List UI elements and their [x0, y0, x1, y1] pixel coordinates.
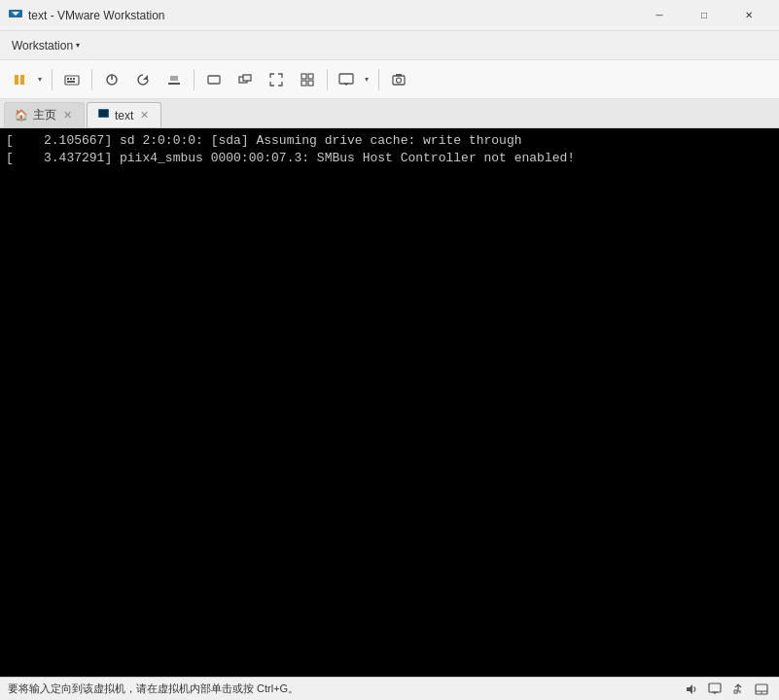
toolbar: ▾: [0, 60, 779, 99]
tab-home-label: 主页: [33, 107, 56, 123]
pause-button[interactable]: [6, 65, 33, 94]
vm-tab-icon: [97, 108, 110, 121]
svg-rect-16: [243, 75, 251, 81]
status-icons: [682, 680, 771, 699]
tab-text[interactable]: text ✕: [87, 102, 161, 127]
terminal-line-2: [ 3.437291] piix4_smbus 0000:00:07.3: SM…: [6, 150, 773, 167]
audio-status-icon[interactable]: [682, 680, 701, 699]
svg-rect-33: [734, 690, 737, 693]
vmware-logo-icon: [8, 6, 23, 21]
power-on-button[interactable]: [97, 65, 126, 94]
separator-5: [378, 69, 379, 90]
vm-terminal[interactable]: [ 2.105667] sd 2:0:0:0: [sda] Assuming d…: [0, 128, 779, 677]
power-on-icon: [104, 72, 120, 88]
status-message: 要将输入定向到该虚拟机，请在虚拟机内部单击或按 Ctrl+G。: [8, 682, 682, 696]
svg-rect-6: [70, 78, 72, 80]
restart-button[interactable]: [128, 65, 158, 94]
tab-home-close[interactable]: ✕: [61, 109, 74, 122]
svg-marker-11: [143, 75, 148, 80]
network-status-icon[interactable]: [705, 680, 725, 699]
svg-rect-2: [15, 75, 18, 85]
display-icon: [338, 72, 354, 88]
fullscreen-button[interactable]: [262, 65, 291, 94]
suspend-icon: [166, 72, 182, 88]
svg-point-25: [397, 78, 402, 83]
svg-rect-12: [168, 83, 180, 85]
window-title: text - VMware Workstation: [28, 9, 637, 22]
usb-icon: [731, 682, 745, 696]
tabs-bar: 🏠 主页 ✕ text ✕: [0, 99, 779, 128]
svg-rect-24: [393, 76, 405, 85]
svg-marker-29: [687, 684, 692, 694]
separator-1: [52, 69, 53, 90]
display-button[interactable]: [333, 65, 360, 94]
maximize-button[interactable]: □: [682, 0, 726, 31]
suspend-button[interactable]: [159, 65, 189, 94]
pause-dropdown-button[interactable]: ▾: [33, 65, 47, 94]
svg-rect-19: [301, 81, 306, 86]
quick-switch-button[interactable]: [230, 65, 260, 94]
svg-rect-7: [73, 78, 75, 80]
display-split-button[interactable]: ▾: [333, 65, 373, 94]
workstation-menu-label: Workstation: [12, 39, 73, 52]
status-bar: 要将输入定向到该虚拟机，请在虚拟机内部单击或按 Ctrl+G。: [0, 677, 779, 700]
restart-icon: [135, 72, 151, 88]
audio-icon: [685, 682, 698, 696]
svg-rect-13: [170, 76, 178, 81]
keyboard-icon: [64, 72, 80, 88]
tab-text-label: text: [115, 109, 133, 122]
display-dropdown-button[interactable]: ▾: [360, 65, 373, 94]
quick-switch-icon: [237, 72, 253, 88]
tab-text-close[interactable]: ✕: [138, 109, 151, 122]
minimize-button[interactable]: ─: [637, 0, 682, 31]
fullscreen-icon: [268, 72, 284, 88]
app-icon: [8, 6, 23, 24]
svg-rect-28: [99, 110, 108, 117]
workstation-menu-chevron: ▾: [76, 41, 80, 50]
svg-rect-26: [396, 74, 402, 76]
close-button[interactable]: ✕: [726, 0, 771, 31]
svg-rect-5: [67, 78, 69, 80]
svg-rect-17: [301, 74, 306, 79]
unity-icon: [300, 72, 315, 88]
pause-split-button[interactable]: ▾: [6, 65, 47, 94]
usb-status-icon[interactable]: [728, 680, 748, 699]
normal-view-button[interactable]: [199, 65, 229, 94]
pause-icon: [12, 72, 27, 88]
home-tab-icon: 🏠: [15, 109, 28, 122]
title-bar: text - VMware Workstation ─ □ ✕: [0, 0, 779, 31]
text-tab-icon: [97, 108, 110, 122]
send-ctrlaltdel-button[interactable]: [57, 65, 87, 94]
svg-rect-20: [308, 81, 313, 86]
tab-home[interactable]: 🏠 主页 ✕: [4, 102, 85, 127]
unity-button[interactable]: [293, 65, 322, 94]
fullscreen-status-icon[interactable]: [752, 680, 771, 699]
svg-rect-14: [208, 76, 220, 84]
menu-bar: Workstation ▾: [0, 31, 779, 60]
separator-3: [194, 69, 195, 90]
window-controls: ─ □ ✕: [637, 0, 771, 31]
screen-icon: [755, 682, 768, 696]
network-icon: [708, 682, 722, 696]
terminal-line-1: [ 2.105667] sd 2:0:0:0: [sda] Assuming d…: [6, 132, 773, 150]
svg-rect-30: [709, 683, 721, 692]
svg-rect-3: [20, 75, 24, 85]
workstation-menu[interactable]: Workstation ▾: [4, 35, 88, 56]
separator-4: [327, 69, 328, 90]
snapshot-icon: [391, 72, 407, 88]
svg-rect-21: [339, 74, 353, 84]
svg-rect-18: [308, 74, 313, 79]
separator-2: [91, 69, 92, 90]
normal-view-icon: [206, 72, 222, 88]
snapshot-button[interactable]: [384, 65, 413, 94]
svg-rect-4: [65, 76, 79, 85]
svg-rect-8: [67, 81, 75, 83]
